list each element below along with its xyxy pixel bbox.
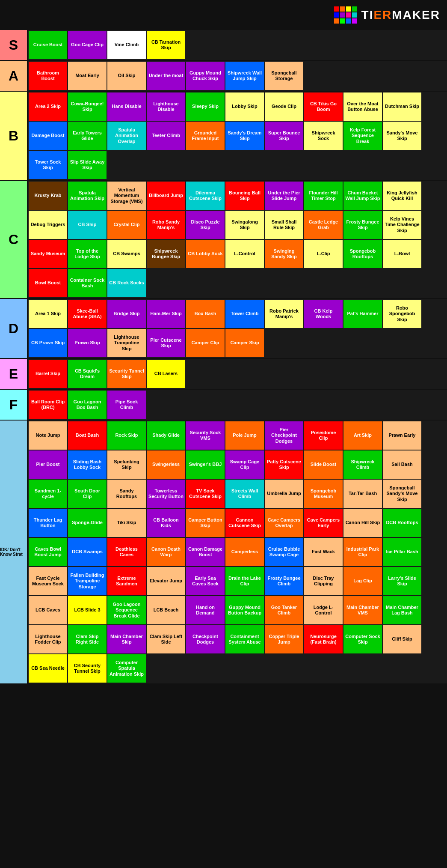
tier-item[interactable]: King Jellyfish Quick Kill bbox=[383, 182, 421, 210]
tier-item[interactable]: Crystal Clip bbox=[107, 211, 146, 239]
tier-item[interactable]: Box Bash bbox=[186, 300, 225, 328]
tier-item[interactable]: Lighthouse Disable bbox=[147, 92, 185, 121]
tier-item[interactable]: Pole Jump bbox=[225, 421, 264, 450]
tier-item[interactable]: Goo Cage Clip bbox=[68, 31, 107, 59]
tier-item[interactable]: Teeter Climb bbox=[147, 122, 185, 150]
tier-item[interactable]: Tiki Skip bbox=[107, 509, 146, 537]
tier-item[interactable]: Skee-Ball Abuse (SBA) bbox=[68, 300, 107, 328]
tier-item[interactable]: Larry's Slide Skip bbox=[383, 567, 421, 595]
tier-item[interactable]: Swinger's BBJ bbox=[186, 450, 225, 479]
tier-item[interactable]: Towerless Security Button bbox=[147, 480, 185, 508]
tier-item[interactable]: Sandy Museum bbox=[29, 240, 67, 268]
tier-item[interactable]: Spongeball Storage bbox=[265, 62, 303, 90]
tier-item[interactable]: Elevator Jump bbox=[147, 567, 185, 595]
tier-item[interactable]: Ball Room Clip (BRC) bbox=[29, 391, 67, 419]
tier-item[interactable]: Containment System Abuse bbox=[225, 625, 264, 653]
tier-item[interactable]: Goo Lagoon Sequence Break Glide bbox=[107, 596, 146, 624]
tier-item[interactable]: Bathroom Boost bbox=[29, 62, 67, 90]
tier-item[interactable]: Chum Bucket Wall Jump Skip bbox=[343, 182, 382, 210]
tier-item[interactable]: Sponge-Glide bbox=[68, 509, 107, 537]
tier-item[interactable]: Krusty Krab bbox=[29, 182, 67, 210]
tier-item[interactable]: L-Control bbox=[225, 240, 264, 268]
tier-item[interactable]: CB Ship bbox=[68, 211, 107, 239]
tier-item[interactable]: CB Balloon Kids bbox=[147, 509, 185, 537]
tier-item[interactable]: CB Lasers bbox=[147, 360, 185, 388]
tier-item[interactable]: CB Prawn Skip bbox=[29, 329, 67, 357]
tier-item[interactable]: Super Bounce Skip bbox=[265, 122, 303, 150]
tier-item[interactable]: Neurosurge (Fast Brain) bbox=[304, 625, 343, 653]
tier-item[interactable]: Ham-Mer Skip bbox=[147, 300, 185, 328]
tier-item[interactable]: Lighthouse Fodder Clip bbox=[29, 625, 67, 653]
tier-item[interactable]: Spatula Animation Skip bbox=[68, 182, 107, 210]
tier-item[interactable]: Note Jump bbox=[29, 421, 67, 450]
tier-item[interactable]: Sliding Bash Lobby Sock bbox=[68, 450, 107, 479]
tier-item[interactable]: Cliff Skip bbox=[383, 625, 421, 653]
tier-item[interactable]: Main Chamber VMS bbox=[343, 596, 382, 624]
tier-item[interactable]: Cruise Boost bbox=[29, 31, 67, 59]
tier-item[interactable]: Fast Wack bbox=[304, 538, 343, 566]
tier-item[interactable]: CB Rock Socks bbox=[107, 269, 146, 297]
tier-item[interactable]: Security Tunnel Skip bbox=[107, 360, 146, 388]
tier-item[interactable]: Pat's Hammer bbox=[343, 300, 382, 328]
tier-item[interactable]: Shady Glide bbox=[147, 421, 185, 450]
tier-item[interactable]: Computer Spatula Animation Skip bbox=[107, 654, 146, 683]
tier-item[interactable]: CB Squid's Dream bbox=[68, 360, 107, 388]
tier-item[interactable]: Ice Pillar Bash bbox=[383, 538, 421, 566]
tier-item[interactable]: Swingalong Skip bbox=[225, 211, 264, 239]
tier-item[interactable]: Early Sea Caves Sock bbox=[186, 567, 225, 595]
tier-item[interactable]: Lodge L-Control bbox=[304, 596, 343, 624]
tier-item[interactable]: Security Sock VMS bbox=[186, 421, 225, 450]
tier-item[interactable]: Castle Ledge Grab bbox=[304, 211, 343, 239]
tier-item[interactable]: Boat Bash bbox=[68, 421, 107, 450]
tier-item[interactable]: Hans Disable bbox=[107, 92, 146, 121]
tier-item[interactable]: Shipwreck Climb bbox=[343, 450, 382, 479]
tier-item[interactable]: Early Towers Glide bbox=[68, 122, 107, 150]
tier-item[interactable]: Sandy Rooftops bbox=[107, 480, 146, 508]
tier-item[interactable]: Shipwreck Sock bbox=[304, 122, 343, 150]
tier-item[interactable]: Bouncing Ball Skip bbox=[225, 182, 264, 210]
tier-item[interactable]: Computer Sock Skip bbox=[343, 625, 382, 653]
tier-item[interactable]: Checkpoint Dodges bbox=[186, 625, 225, 653]
tier-item[interactable]: Dutchman Skip bbox=[383, 92, 421, 121]
tier-item[interactable]: Patty Cutscene Skip bbox=[265, 450, 303, 479]
tier-item[interactable]: Grounded Frame Input bbox=[186, 122, 225, 150]
tier-item[interactable]: CB Tikis Go Boom bbox=[304, 92, 343, 121]
tier-item[interactable]: Copper Triple Jump bbox=[265, 625, 303, 653]
tier-item[interactable]: Sail Bash bbox=[383, 450, 421, 479]
tier-item[interactable]: Drain the Lake Clip bbox=[225, 567, 264, 595]
tier-item[interactable]: Debug Triggers bbox=[29, 211, 67, 239]
tier-item[interactable]: Under the moat bbox=[147, 62, 185, 90]
tier-item[interactable]: Tower Climb bbox=[225, 300, 264, 328]
tier-item[interactable]: Goo Lagoon Box Bash bbox=[68, 391, 107, 419]
tier-item[interactable]: Prawn Skip bbox=[68, 329, 107, 357]
tier-item[interactable]: Canon Death Warp bbox=[147, 538, 185, 566]
tier-item[interactable]: TV Sock Cutscene Skip bbox=[186, 480, 225, 508]
tier-item[interactable]: Pier Boost bbox=[29, 450, 67, 479]
tier-item[interactable]: Tower Sock Skip bbox=[29, 151, 67, 179]
tier-item[interactable]: Slide Boost bbox=[304, 450, 343, 479]
tier-item[interactable]: Clam Skip Right Side bbox=[68, 625, 107, 653]
tier-item[interactable]: CB Tarnation Skip bbox=[147, 31, 185, 59]
tier-item[interactable]: Caves Bowl Boost Jump bbox=[29, 538, 67, 566]
tier-item[interactable]: Top of the Lodge Skip bbox=[68, 240, 107, 268]
tier-item[interactable]: Spongebob Museum bbox=[304, 480, 343, 508]
tier-item[interactable]: Streets Wall Climb bbox=[225, 480, 264, 508]
tier-item[interactable]: Goo Tanker Climb bbox=[265, 596, 303, 624]
tier-item[interactable]: Container Sock Bash bbox=[68, 269, 107, 297]
tier-item[interactable]: Fast Cycle Museum Sock bbox=[29, 567, 67, 595]
tier-item[interactable]: Area 2 Skip bbox=[29, 92, 67, 121]
tier-item[interactable]: Cave Campers Overlap bbox=[265, 509, 303, 537]
tier-item[interactable]: Shipwreck Wall Jump Skip bbox=[225, 62, 264, 90]
tier-item[interactable]: Swingerless bbox=[147, 450, 185, 479]
tier-item[interactable]: Art Skip bbox=[343, 421, 382, 450]
tier-item[interactable]: Vertical Momentum Storage (VMS) bbox=[107, 182, 146, 210]
tier-item[interactable]: Barrel Skip bbox=[29, 360, 67, 388]
tier-item[interactable]: CB Lobby Sock bbox=[186, 240, 225, 268]
tier-item[interactable]: Sandy's Move Skip bbox=[383, 122, 421, 150]
tier-item[interactable]: Billboard Jump bbox=[147, 182, 185, 210]
tier-item[interactable]: Cruise Bubble Swamp Cage bbox=[265, 538, 303, 566]
tier-item[interactable]: Vine Climb bbox=[107, 31, 146, 59]
tier-item[interactable]: Prawn Early bbox=[383, 421, 421, 450]
tier-item[interactable]: Camper Skip bbox=[225, 329, 264, 357]
tier-item[interactable]: Lobby Skip bbox=[225, 92, 264, 121]
